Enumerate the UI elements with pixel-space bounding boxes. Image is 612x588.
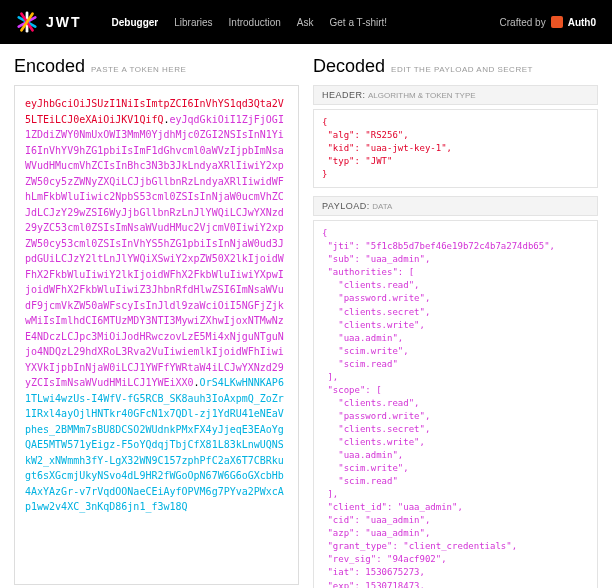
encoded-title: Encoded PASTE A TOKEN HERE: [14, 56, 299, 77]
nav-links: Debugger Libraries Introduction Ask Get …: [112, 17, 500, 28]
decoded-column: Decoded EDIT THE PAYLOAD AND SECRET HEAD…: [313, 56, 598, 588]
nav-tshirt[interactable]: Get a T-shirt!: [330, 17, 388, 28]
top-nav: JWT Debugger Libraries Introduction Ask …: [0, 0, 612, 44]
nav-libraries[interactable]: Libraries: [174, 17, 212, 28]
header-section-bar: HEADER: ALGORITHM & TOKEN TYPE: [313, 85, 598, 105]
crafted-brand: Auth0: [568, 17, 596, 28]
crafted-by[interactable]: Crafted by Auth0: [500, 16, 596, 28]
crafted-prefix: Crafted by: [500, 17, 546, 28]
payload-json-box[interactable]: { "jti": "5f1c8b5d7bef46e19b72c4b7a274db…: [313, 220, 598, 588]
encoded-token-box[interactable]: eyJhbGciOiJSUzI1NiIsImtpZCI6InVhYS1qd3Qt…: [14, 85, 299, 585]
token-payload-segment: eyJqdGkiOiI1ZjFjOGI1ZDdiZWY0NmUxOWI3MmM0…: [25, 114, 284, 389]
nav-introduction[interactable]: Introduction: [229, 17, 281, 28]
header-section-desc: ALGORITHM & TOKEN TYPE: [368, 91, 476, 100]
encoded-title-text: Encoded: [14, 56, 85, 77]
header-json-box[interactable]: { "alg": "RS256", "kid": "uaa-jwt-key-1"…: [313, 109, 598, 188]
jwt-logo-icon: [16, 11, 38, 33]
token-signature-segment: OrS4LKwHNNKAP61TLwi4wzUs-I4WfV-fG5RCB_SK…: [25, 377, 284, 512]
encoded-subtitle: PASTE A TOKEN HERE: [91, 65, 186, 74]
decoded-title-text: Decoded: [313, 56, 385, 77]
decoded-subtitle: EDIT THE PAYLOAD AND SECRET: [391, 65, 533, 74]
header-section-label: HEADER:: [322, 90, 366, 100]
nav-debugger[interactable]: Debugger: [112, 17, 159, 28]
encoded-column: Encoded PASTE A TOKEN HERE eyJhbGciOiJSU…: [14, 56, 299, 588]
payload-section-bar: PAYLOAD: DATA: [313, 196, 598, 216]
payload-section-label: PAYLOAD:: [322, 201, 370, 211]
auth0-icon: [551, 16, 563, 28]
nav-ask[interactable]: Ask: [297, 17, 314, 28]
logo-block[interactable]: JWT: [16, 11, 82, 33]
payload-section-desc: DATA: [372, 202, 392, 211]
brand-text: JWT: [46, 14, 82, 30]
main: Encoded PASTE A TOKEN HERE eyJhbGciOiJSU…: [0, 44, 612, 588]
decoded-title: Decoded EDIT THE PAYLOAD AND SECRET: [313, 56, 598, 77]
